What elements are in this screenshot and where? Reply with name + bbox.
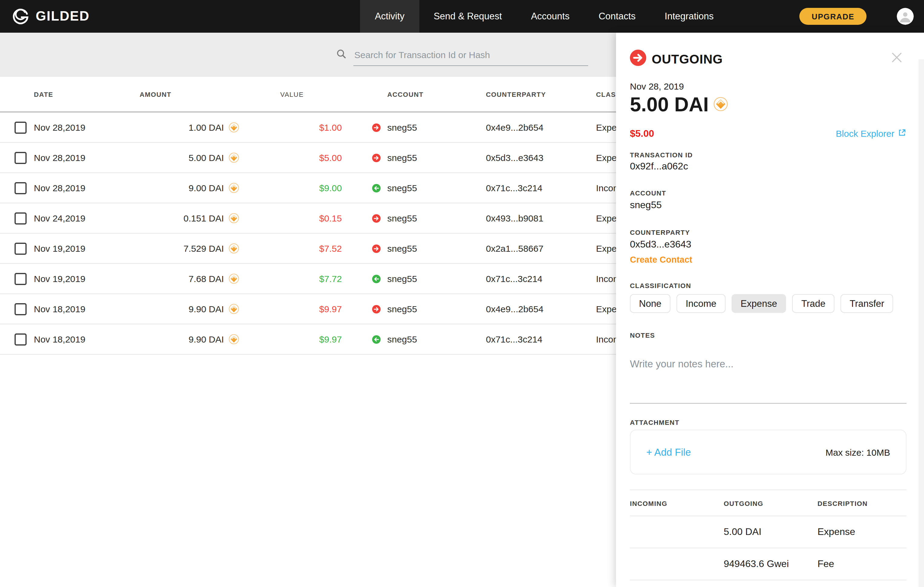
upgrade-button[interactable]: UPGRADE <box>800 8 866 25</box>
row-checkbox[interactable] <box>15 182 26 194</box>
attachment-dropzone: + Add File Max size: 10MB <box>630 430 906 475</box>
direction-icon <box>342 305 381 313</box>
row-checkbox[interactable] <box>15 152 26 164</box>
panel-amount-text: 5.00 DAI <box>630 93 709 116</box>
direction-icon <box>342 184 381 192</box>
breakdown-row: 949463.6 GweiFee <box>630 548 906 580</box>
search-input[interactable] <box>353 44 588 66</box>
cell-date: Nov 24,2019 <box>34 213 112 223</box>
brand-name: GILDED <box>36 8 89 24</box>
transaction-id-value: 0x92f...a062c <box>630 161 688 172</box>
classification-option-transfer[interactable]: Transfer <box>840 294 893 313</box>
user-avatar[interactable] <box>897 8 914 25</box>
cell-counterparty: 0x493...b9081 <box>479 213 589 223</box>
nav-item-integrations[interactable]: Integrations <box>650 0 728 33</box>
cell-amount: 9.00 DAI <box>112 183 224 193</box>
panel-divider <box>630 490 906 490</box>
cell-date: Nov 18,2019 <box>34 304 112 314</box>
row-checkbox[interactable] <box>15 303 26 315</box>
breakdown-cell-description: Expense <box>817 526 906 538</box>
row-checkbox-cell <box>0 303 34 315</box>
classification-option-none[interactable]: None <box>630 294 670 313</box>
topbar: GILDED ActivitySend & RequestAccountsCon… <box>0 0 924 33</box>
row-checkbox[interactable] <box>15 121 26 134</box>
row-checkbox[interactable] <box>15 273 26 285</box>
dai-token-icon <box>224 274 242 284</box>
cell-amount: 0.151 DAI <box>112 213 224 223</box>
breakdown-header-incoming: INCOMING <box>630 500 724 507</box>
cell-value: $9.97 <box>242 304 342 314</box>
notes-label: NOTES <box>630 331 655 339</box>
notes-textarea[interactable] <box>630 343 906 404</box>
cell-counterparty: 0x71c...3c214 <box>479 274 589 284</box>
dai-token-icon <box>224 152 242 163</box>
cell-counterparty: 0x4e9...2b654 <box>479 304 589 314</box>
dai-token-icon <box>224 122 242 132</box>
block-explorer-label: Block Explorer <box>836 128 894 139</box>
cell-account: sneg55 <box>381 304 479 314</box>
dai-token-icon <box>224 304 242 314</box>
cell-amount: 7.68 DAI <box>112 274 224 284</box>
direction-icon <box>342 335 381 343</box>
row-checkbox-cell <box>0 273 34 285</box>
cell-account: sneg55 <box>381 122 479 132</box>
cell-date: Nov 19,2019 <box>34 274 112 284</box>
panel-title: OUTGOING <box>652 52 723 66</box>
nav-item-activity[interactable]: Activity <box>360 0 419 33</box>
cell-value: $0.15 <box>242 213 342 223</box>
block-explorer-link[interactable]: Block Explorer <box>836 128 906 139</box>
counterparty-label: COUNTERPARTY <box>630 229 690 236</box>
row-checkbox[interactable] <box>15 242 26 254</box>
cell-value: $7.72 <box>242 274 342 284</box>
close-icon[interactable] <box>890 51 903 64</box>
main-nav: ActivitySend & RequestAccountsContactsIn… <box>360 0 728 33</box>
classification-option-income[interactable]: Income <box>676 294 726 313</box>
search-icon <box>336 49 346 61</box>
cell-date: Nov 28,2019 <box>34 183 112 193</box>
cell-account: sneg55 <box>381 243 479 254</box>
dai-token-icon <box>224 243 242 254</box>
classification-option-expense[interactable]: Expense <box>732 294 786 313</box>
direction-icon <box>342 153 381 162</box>
panel-usd-value: $5.00 <box>630 128 654 139</box>
cell-counterparty: 0x4e9...2b654 <box>479 122 589 132</box>
cell-value: $7.52 <box>242 243 342 254</box>
cell-amount: 9.90 DAI <box>112 304 224 314</box>
header-amount: AMOUNT <box>112 91 224 98</box>
counterparty-value: 0x5d3...e3643 <box>630 239 691 250</box>
cell-counterparty: 0x71c...3c214 <box>479 183 589 193</box>
direction-icon <box>342 123 381 132</box>
brand[interactable]: GILDED <box>0 0 89 33</box>
header-account: ACCOUNT <box>381 91 479 98</box>
breakdown-row: 5.00 DAIExpense <box>630 516 906 548</box>
classification-option-trade[interactable]: Trade <box>792 294 835 313</box>
gilded-app: GILDED ActivitySend & RequestAccountsCon… <box>0 0 924 587</box>
direction-icon <box>342 274 381 283</box>
breakdown-header-outgoing: OUTGOING <box>724 500 817 507</box>
cell-amount: 5.00 DAI <box>112 152 224 163</box>
row-checkbox-cell <box>0 182 34 194</box>
cell-value: $9.97 <box>242 334 342 344</box>
panel-scrollbar[interactable] <box>919 59 924 587</box>
row-checkbox[interactable] <box>15 212 26 224</box>
max-size-label: Max size: 10MB <box>826 447 890 457</box>
breakdown-table: INCOMING OUTGOING DESCRIPTION 5.00 DAIEx… <box>630 500 906 580</box>
cell-value: $1.00 <box>242 122 342 132</box>
cell-amount: 7.529 DAI <box>112 243 224 254</box>
cell-account: sneg55 <box>381 334 479 344</box>
nav-item-send-request[interactable]: Send & Request <box>419 0 516 33</box>
add-file-button[interactable]: + Add File <box>646 446 691 458</box>
cell-counterparty: 0x5d3...e3643 <box>479 152 589 163</box>
dai-token-icon <box>224 213 242 223</box>
direction-icon <box>342 244 381 253</box>
nav-item-contacts[interactable]: Contacts <box>584 0 650 33</box>
nav-item-accounts[interactable]: Accounts <box>516 0 584 33</box>
cell-account: sneg55 <box>381 213 479 223</box>
breakdown-header-row: INCOMING OUTGOING DESCRIPTION <box>630 500 906 516</box>
panel-date: Nov 28, 2019 <box>630 81 684 91</box>
row-checkbox[interactable] <box>15 333 26 345</box>
breakdown-header-description: DESCRIPTION <box>817 500 906 507</box>
outgoing-direction-icon <box>630 49 646 68</box>
row-checkbox-cell <box>0 333 34 345</box>
create-contact-link[interactable]: Create Contact <box>630 255 692 264</box>
